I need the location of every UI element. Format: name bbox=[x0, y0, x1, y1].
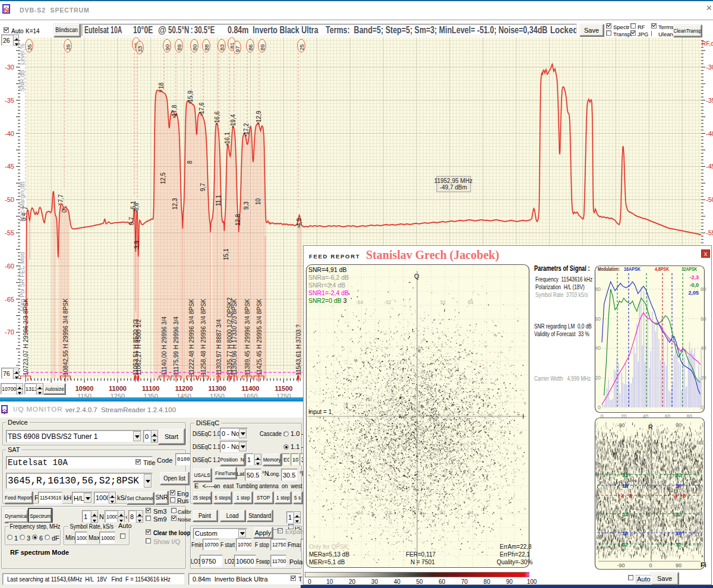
svg-text:SNR1=-2,4 dB: SNR1=-2,4 dB bbox=[308, 289, 349, 296]
svg-text:11100: 11100 bbox=[142, 385, 159, 392]
svg-text:20: 20 bbox=[597, 534, 602, 540]
svg-text:11222,48 H 29996 3/4 8PSK: 11222,48 H 29996 3/4 8PSK bbox=[188, 299, 195, 375]
svg-text:33: 33 bbox=[137, 46, 143, 52]
svg-text:25: 25 bbox=[298, 44, 305, 50]
svg-text:6,6: 6,6 bbox=[133, 203, 140, 211]
svg-text:-50: -50 bbox=[5, 196, 14, 203]
svg-text:7,7: 7,7 bbox=[58, 194, 64, 203]
svg-text:90: 90 bbox=[676, 562, 682, 568]
svg-text:Only for QPSK:: Only for QPSK: bbox=[309, 543, 349, 550]
svg-text:8: 8 bbox=[187, 160, 193, 164]
svg-text:11425,45 H 29995 3/4 8PSK: 11425,45 H 29995 3/4 8PSK bbox=[256, 299, 263, 375]
svg-text:60: 60 bbox=[595, 316, 601, 322]
svg-text:11300: 11300 bbox=[209, 385, 226, 392]
svg-text:32: 32 bbox=[676, 542, 682, 548]
svg-text:4: 4 bbox=[674, 493, 677, 499]
svg-text:FER=0,117: FER=0,117 bbox=[406, 551, 436, 558]
svg-text:11140,00 H 29996 3/4: 11140,00 H 29996 3/4 bbox=[161, 316, 168, 375]
svg-text:SNR=4,91 dB: SNR=4,91 dB bbox=[308, 266, 347, 273]
svg-text:12,8: 12,8 bbox=[235, 214, 241, 226]
svg-text:SNR2=0 dB 3: SNR2=0 dB 3 bbox=[308, 297, 347, 304]
svg-text:-50: -50 bbox=[706, 196, 713, 203]
svg-text:-64: -64 bbox=[356, 510, 364, 516]
svg-text:Mac Margin,dB: Mac Margin,dB bbox=[19, 181, 26, 222]
svg-text:ErrPh=22,1: ErrPh=22,1 bbox=[500, 551, 530, 558]
svg-text:-55: -55 bbox=[706, 229, 713, 236]
svg-text:19,4: 19,4 bbox=[230, 114, 236, 126]
svg-text:15,1: 15,1 bbox=[223, 248, 229, 260]
svg-text:4,9: 4,9 bbox=[296, 218, 302, 226]
svg-text:11175,99 H 29996 3/4: 11175,99 H 29996 3/4 bbox=[173, 316, 179, 375]
svg-text:17,6: 17,6 bbox=[198, 102, 205, 114]
svg-text:Q: Q bbox=[414, 273, 419, 280]
svg-text:11200: 11200 bbox=[175, 385, 193, 392]
svg-text:16: 16 bbox=[622, 530, 628, 536]
svg-text:15,9: 15,9 bbox=[187, 90, 194, 102]
svg-text:32: 32 bbox=[622, 542, 628, 548]
svg-text:-45: -45 bbox=[706, 163, 713, 170]
svg-text:80: 80 bbox=[701, 286, 706, 292]
svg-text:12,9: 12,9 bbox=[255, 110, 262, 122]
svg-text:-2,3: -2,3 bbox=[689, 274, 699, 280]
svg-text:83: 83 bbox=[219, 44, 225, 50]
svg-text:-90: -90 bbox=[617, 422, 624, 428]
svg-text:ErrAm=22,8: ErrAm=22,8 bbox=[500, 543, 532, 550]
svg-text:10900: 10900 bbox=[75, 385, 94, 392]
svg-text:4,8PSK: 4,8PSK bbox=[655, 265, 669, 272]
svg-text:11389,45 H 29996 3/4 8PSK: 11389,45 H 29996 3/4 8PSK bbox=[244, 299, 251, 375]
svg-text:39: 39 bbox=[65, 44, 71, 50]
svg-text:0: 0 bbox=[598, 404, 601, 410]
svg-text:32: 32 bbox=[622, 511, 628, 517]
svg-text:MERa=5,13 dB: MERa=5,13 dB bbox=[309, 551, 349, 558]
svg-text:R: R bbox=[648, 423, 653, 431]
svg-text:17,8: 17,8 bbox=[171, 105, 178, 116]
svg-text:-30: -30 bbox=[706, 64, 713, 71]
svg-text:86: 86 bbox=[247, 44, 254, 50]
svg-text:16APSK: 16APSK bbox=[624, 265, 641, 272]
svg-text:Modulation:: Modulation: bbox=[598, 265, 620, 272]
svg-text:I: I bbox=[522, 413, 524, 420]
svg-text:Fi: Fi bbox=[701, 561, 706, 568]
svg-text:16: 16 bbox=[622, 483, 628, 489]
svg-text:11,1: 11,1 bbox=[215, 195, 222, 206]
svg-text:32: 32 bbox=[440, 299, 446, 305]
svg-text:-55: -55 bbox=[5, 229, 14, 236]
svg-text:32: 32 bbox=[676, 511, 682, 517]
svg-text:8: 8 bbox=[683, 493, 686, 499]
svg-text:100: 100 bbox=[597, 440, 605, 445]
svg-text:90: 90 bbox=[164, 44, 171, 50]
svg-text:10842,55 H 29996 3/4 8PSK: 10842,55 H 29996 3/4 8PSK bbox=[62, 298, 69, 375]
svg-text:97: 97 bbox=[234, 46, 241, 52]
svg-text:8: 8 bbox=[629, 493, 632, 499]
svg-text:90: 90 bbox=[676, 422, 682, 428]
svg-text:32APSK: 32APSK bbox=[682, 265, 697, 272]
svg-text:0,7: 0,7 bbox=[128, 217, 135, 225]
svg-text:40: 40 bbox=[595, 345, 601, 351]
svg-text:11952,95 MHz: 11952,95 MHz bbox=[434, 178, 472, 184]
svg-text:-35: -35 bbox=[5, 97, 14, 104]
svg-text:17,2: 17,2 bbox=[243, 123, 250, 135]
svg-text:16: 16 bbox=[676, 530, 682, 536]
svg-text:-65: -65 bbox=[5, 296, 14, 303]
svg-text:Freq Pol SR FEC Mod: Freq Pol SR FEC Mod bbox=[19, 252, 26, 311]
svg-text:11303,97 H 8887 3/4: 11303,97 H 8887 3/4 bbox=[216, 319, 222, 375]
svg-text:9,3: 9,3 bbox=[243, 201, 250, 210]
svg-text:-0,0: -0,0 bbox=[689, 282, 699, 288]
svg-text:-35: -35 bbox=[706, 97, 713, 104]
svg-text:-40: -40 bbox=[706, 130, 713, 137]
svg-text:Input = 1: Input = 1 bbox=[308, 409, 332, 415]
svg-text:-45: -45 bbox=[5, 163, 14, 170]
svg-text:N = 7501: N = 7501 bbox=[411, 559, 435, 565]
svg-text:-64: -64 bbox=[356, 299, 364, 305]
svg-text:89: 89 bbox=[176, 44, 182, 50]
svg-text:9,7: 9,7 bbox=[200, 183, 206, 191]
svg-text:18: 18 bbox=[158, 82, 165, 89]
svg-text:80: 80 bbox=[696, 463, 702, 469]
svg-text:60: 60 bbox=[701, 316, 706, 322]
svg-text:-30: -30 bbox=[5, 64, 14, 71]
svg-text:3,9: 3,9 bbox=[134, 241, 140, 249]
svg-text:SNRa=-6,2 dB: SNRa=-6,2 dB bbox=[308, 274, 349, 281]
svg-text:32: 32 bbox=[622, 472, 628, 478]
svg-text:60: 60 bbox=[696, 486, 702, 492]
svg-text:35: 35 bbox=[26, 44, 33, 50]
